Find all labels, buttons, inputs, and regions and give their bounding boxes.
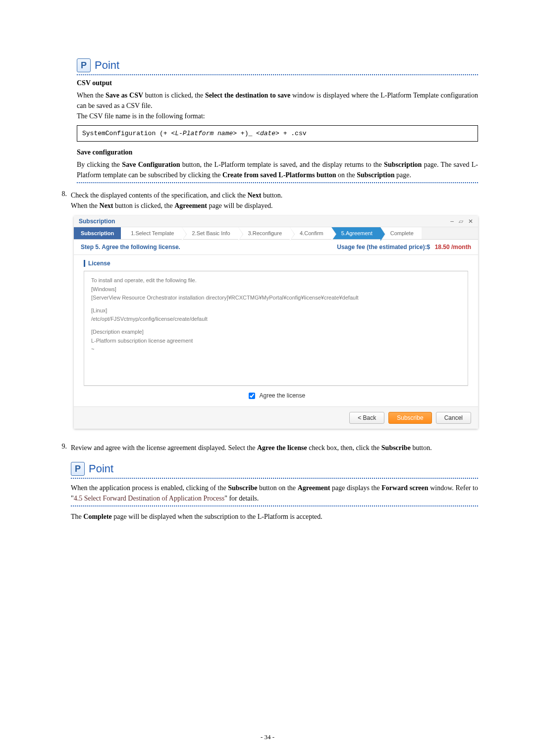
separator-dots (77, 74, 478, 75)
save-config-heading: Save configuration (77, 149, 478, 156)
point2-text: When the application process is enabled,… (71, 483, 478, 504)
text-bold: Save Configuration (122, 161, 180, 168)
list-number-9: 9. (57, 443, 67, 522)
text: button on the (257, 484, 297, 492)
step9-text: Review and agree with the license agreem… (71, 443, 478, 453)
text-bold: Next (248, 192, 262, 199)
license-line: ~ (91, 345, 461, 354)
text: " for details. (224, 495, 259, 502)
text: Review and agree with the license agreem… (71, 444, 257, 452)
separator-dots (71, 478, 478, 479)
text: The (71, 513, 83, 520)
tab-select-template[interactable]: 1.Select Template (121, 227, 182, 239)
text-bold: Subscribe (228, 484, 257, 492)
license-line: [ServerView Resource Orchestrator instal… (91, 294, 461, 302)
text: button, the L-Platform template is saved… (180, 161, 384, 168)
back-button[interactable]: < Back (349, 412, 384, 424)
point-heading: P Point (71, 462, 478, 476)
step-title: Step 5. Agree the following license. (81, 244, 180, 251)
csv-filename-format: SystemConfiguration (+ <L-Platform name>… (77, 125, 478, 142)
point-icon: P (77, 58, 91, 72)
point-icon: P (71, 462, 85, 476)
usage-fee: Usage fee (the estimated price):$ 18.50 … (337, 244, 471, 251)
agree-license-label: Agree the license (259, 392, 305, 399)
text-bold: Subscription (384, 161, 422, 168)
tab-confirm[interactable]: 4.Confirm (290, 227, 331, 239)
text: When the (71, 202, 100, 209)
tab-subscription-main[interactable]: Subscription (74, 227, 121, 239)
cancel-button[interactable]: Cancel (436, 412, 471, 424)
tab-agreement[interactable]: 5.Agreement (331, 227, 380, 239)
text-bold: Create from saved L-Platforms button (222, 171, 336, 179)
point-label: Point (95, 59, 119, 72)
license-section-header: License (84, 260, 468, 267)
code-italic: L-Platform name (175, 130, 233, 137)
text-bold: Select the destination to save (205, 92, 290, 99)
forward-destination-link[interactable]: 4.5 Select Forward Destination of Applic… (74, 495, 224, 502)
wizard-tabs: Subscription 1.Select Template 2.Set Bas… (74, 227, 478, 240)
point-label: Point (89, 462, 113, 475)
minimize-icon[interactable]: – (450, 218, 454, 225)
code-text: SystemConfiguration (+ < (82, 130, 175, 137)
code-italic: date (260, 130, 275, 137)
text-bold: Subscription (357, 171, 394, 179)
agreement-screenshot: Subscription – ▱ ✕ Subscription 1.Select… (74, 216, 478, 429)
separator-dots (77, 182, 478, 183)
complete-page-note: The Complete page will be displayed when… (71, 511, 478, 522)
agree-row: Agree the license (84, 386, 468, 403)
text-bold: Forward screen (381, 484, 428, 492)
text-bold: Subscribe (381, 444, 411, 452)
point-heading: P Point (77, 58, 478, 72)
text-bold: Agreement (298, 484, 330, 492)
license-line: [Linux] (91, 306, 461, 315)
maximize-icon[interactable]: ▱ (459, 218, 463, 225)
window-controls: – ▱ ✕ (450, 218, 473, 225)
save-config-desc: By clicking the Save Configuration butto… (77, 159, 478, 180)
csv-output-heading: CSV output (77, 79, 478, 87)
license-line: [Windows] (91, 285, 461, 294)
text: page. (394, 171, 411, 179)
separator-dots (71, 505, 478, 506)
text-bold: Save as CSV (106, 92, 143, 99)
text: button. (411, 444, 432, 452)
tab-complete[interactable]: Complete (380, 227, 422, 239)
wizard-footer: < Back Subscribe Cancel (74, 406, 478, 429)
page-number: - 34 - (0, 733, 535, 741)
text: button is clicked, the (113, 202, 175, 209)
usage-fee-value: 18.50 /month (435, 244, 471, 251)
text: By clicking the (77, 161, 122, 168)
text: page will be displayed when the subscrip… (112, 513, 322, 520)
usage-fee-label: Usage fee (the estimated price):$ (337, 244, 430, 251)
text: check box, then, click the (307, 444, 381, 452)
text: Check the displayed contents of the spec… (71, 192, 248, 199)
tab-set-basic-info[interactable]: 2.Set Basic Info (182, 227, 238, 239)
csv-output-desc: When the Save as CSV button is clicked, … (77, 90, 478, 111)
list-number-8: 8. (57, 190, 67, 436)
text: When the (77, 92, 106, 99)
code-text: > +)_ < (233, 130, 260, 137)
close-icon[interactable]: ✕ (468, 218, 473, 225)
text: on the (336, 171, 357, 179)
step8-line2: When the Next button is clicked, the Agr… (71, 201, 478, 211)
code-text: > + .csv (275, 130, 306, 137)
license-line: [Description example] (91, 328, 461, 337)
text-bold: Complete (83, 513, 112, 520)
text-bold: Agree the license (257, 444, 307, 452)
csv-format-line: The CSV file name is in the following fo… (77, 111, 478, 121)
text: page displays the (330, 484, 381, 492)
subscribe-button[interactable]: Subscribe (388, 412, 431, 424)
license-text-box[interactable]: To install and operate, edit the followi… (84, 271, 468, 386)
window-title: Subscription (79, 218, 115, 225)
text: page will be displayed. (207, 202, 273, 209)
text-bold: Agreement (174, 202, 207, 209)
license-line: /etc/opt/FJSVctmyp/config/license/create… (91, 315, 461, 324)
text: button. (262, 192, 283, 199)
text-bold: Next (100, 202, 113, 209)
license-line: L-Platform subscription license agreemen… (91, 337, 461, 346)
tab-reconfigure[interactable]: 3.Reconfigure (238, 227, 290, 239)
license-line: To install and operate, edit the followi… (91, 276, 461, 285)
agree-license-checkbox[interactable] (249, 393, 255, 399)
text: When the application process is enabled,… (71, 484, 228, 492)
window-titlebar: Subscription – ▱ ✕ (74, 216, 478, 227)
step-header-row: Step 5. Agree the following license. Usa… (74, 240, 478, 255)
